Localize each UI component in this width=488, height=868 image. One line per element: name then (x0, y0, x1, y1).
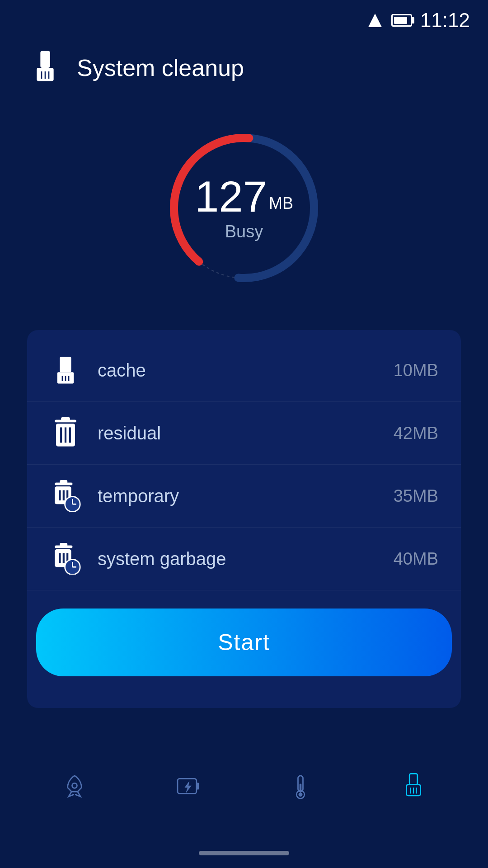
system-garbage-icon (50, 543, 81, 575)
svg-marker-0 (368, 14, 382, 27)
cache-icon (50, 354, 81, 386)
svg-rect-40 (197, 783, 199, 789)
list-item[interactable]: cache 10MB (27, 339, 461, 402)
svg-rect-9 (60, 357, 71, 373)
battery-icon (391, 14, 412, 27)
gauge-value: 127 (195, 172, 267, 221)
page-header: System cleanup (0, 36, 488, 95)
brush-active-icon (399, 772, 428, 802)
cleanup-card: cache 10MB residual 42MB (27, 330, 461, 708)
residual-size: 42MB (394, 424, 438, 443)
gauge-center: 127MB Busy (195, 175, 293, 241)
status-bar: 11:12 (0, 0, 488, 36)
temporary-label: temporary (98, 486, 394, 506)
nav-item-cleanup[interactable] (386, 764, 441, 809)
bottom-nav (0, 750, 488, 823)
system-garbage-label: system garbage (98, 549, 394, 569)
list-item[interactable]: system garbage 40MB (27, 528, 461, 590)
svg-point-44 (299, 793, 303, 797)
page-title: System cleanup (77, 54, 244, 81)
svg-rect-43 (300, 783, 301, 793)
thermometer-icon (286, 772, 315, 802)
brush-icon (27, 50, 63, 86)
status-time: 11:12 (420, 9, 470, 32)
residual-label: residual (98, 423, 394, 443)
signal-icon (367, 12, 383, 28)
svg-rect-30 (60, 543, 67, 547)
temporary-icon (50, 480, 81, 512)
system-garbage-size: 40MB (394, 549, 438, 569)
svg-rect-45 (409, 774, 418, 784)
list-item[interactable]: residual 42MB (27, 402, 461, 465)
gauge-container: 127MB Busy (158, 122, 330, 294)
list-item[interactable]: temporary 35MB (27, 465, 461, 528)
temporary-size: 35MB (394, 486, 438, 506)
gauge-display: 127MB (195, 175, 293, 218)
svg-rect-15 (61, 417, 70, 421)
nav-item-battery[interactable] (160, 764, 215, 809)
cache-size: 10MB (394, 361, 438, 380)
svg-point-38 (72, 783, 77, 788)
residual-icon (50, 417, 81, 449)
gauge-section: 127MB Busy (0, 95, 488, 330)
home-indicator[interactable] (199, 851, 289, 855)
start-button-wrap: Start (27, 590, 461, 685)
svg-rect-21 (60, 480, 67, 484)
nav-item-temperature[interactable] (273, 764, 328, 809)
gauge-label: Busy (195, 222, 293, 241)
gauge-unit: MB (269, 193, 293, 212)
start-button[interactable]: Start (36, 609, 452, 676)
svg-rect-1 (40, 51, 50, 68)
nav-item-boost[interactable] (47, 764, 102, 809)
cache-label: cache (98, 360, 394, 381)
rocket-icon (60, 772, 89, 802)
status-icons: 11:12 (367, 9, 470, 32)
battery-bolt-icon (173, 772, 202, 802)
